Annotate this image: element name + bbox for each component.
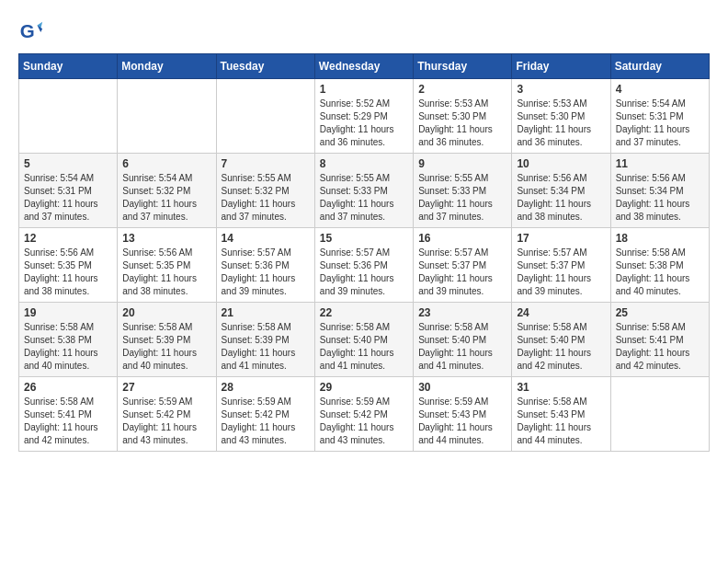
day-info: Sunrise: 5:58 AMSunset: 5:40 PMDaylight:… — [320, 321, 408, 373]
day-number: 9 — [418, 157, 506, 170]
day-info: Sunrise: 5:57 AMSunset: 5:37 PMDaylight:… — [517, 247, 605, 298]
day-number: 17 — [517, 232, 605, 245]
day-info: Sunrise: 5:58 AMSunset: 5:43 PMDaylight:… — [517, 396, 605, 447]
day-info: Sunrise: 5:56 AMSunset: 5:34 PMDaylight:… — [517, 172, 605, 224]
weekday-header-saturday: Saturday — [610, 54, 709, 79]
day-number: 22 — [320, 306, 408, 319]
empty-calendar-cell — [216, 79, 314, 154]
day-number: 19 — [24, 306, 112, 319]
day-info: Sunrise: 5:54 AMSunset: 5:32 PMDaylight:… — [122, 172, 210, 224]
day-info: Sunrise: 5:58 AMSunset: 5:41 PMDaylight:… — [24, 396, 112, 447]
day-info: Sunrise: 5:59 AMSunset: 5:42 PMDaylight:… — [122, 396, 210, 447]
calendar-day-cell: 18Sunrise: 5:58 AMSunset: 5:38 PMDayligh… — [610, 228, 709, 303]
logo-icon: G — [18, 18, 44, 44]
day-number: 13 — [122, 232, 210, 245]
empty-calendar-cell — [19, 79, 118, 154]
day-number: 3 — [517, 83, 605, 96]
day-info: Sunrise: 5:55 AMSunset: 5:32 PMDaylight:… — [222, 172, 310, 224]
calendar-day-cell: 24Sunrise: 5:58 AMSunset: 5:40 PMDayligh… — [512, 303, 610, 377]
day-number: 16 — [418, 232, 506, 245]
day-number: 11 — [616, 157, 704, 170]
empty-calendar-cell — [118, 79, 216, 154]
day-info: Sunrise: 5:53 AMSunset: 5:30 PMDaylight:… — [517, 98, 605, 149]
day-number: 29 — [320, 381, 408, 394]
day-number: 26 — [24, 381, 112, 394]
day-info: Sunrise: 5:55 AMSunset: 5:33 PMDaylight:… — [418, 172, 506, 224]
day-number: 15 — [320, 232, 408, 245]
calendar-day-cell: 25Sunrise: 5:58 AMSunset: 5:41 PMDayligh… — [610, 303, 709, 377]
day-info: Sunrise: 5:58 AMSunset: 5:40 PMDaylight:… — [517, 321, 605, 373]
calendar-day-cell: 7Sunrise: 5:55 AMSunset: 5:32 PMDaylight… — [216, 154, 314, 228]
day-info: Sunrise: 5:53 AMSunset: 5:30 PMDaylight:… — [418, 98, 506, 149]
calendar-day-cell: 15Sunrise: 5:57 AMSunset: 5:36 PMDayligh… — [314, 228, 413, 303]
weekday-header-thursday: Thursday — [414, 54, 512, 79]
day-number: 10 — [517, 157, 605, 170]
calendar-day-cell: 19Sunrise: 5:58 AMSunset: 5:38 PMDayligh… — [19, 303, 118, 377]
calendar-day-cell: 31Sunrise: 5:58 AMSunset: 5:43 PMDayligh… — [512, 377, 610, 452]
calendar-day-cell: 21Sunrise: 5:58 AMSunset: 5:39 PMDayligh… — [216, 303, 314, 377]
day-info: Sunrise: 5:57 AMSunset: 5:36 PMDaylight:… — [320, 247, 408, 298]
calendar-day-cell: 30Sunrise: 5:59 AMSunset: 5:43 PMDayligh… — [414, 377, 512, 452]
calendar-day-cell: 20Sunrise: 5:58 AMSunset: 5:39 PMDayligh… — [118, 303, 216, 377]
day-info: Sunrise: 5:59 AMSunset: 5:43 PMDaylight:… — [418, 396, 506, 447]
day-number: 4 — [616, 83, 704, 96]
weekday-header-friday: Friday — [512, 54, 610, 79]
day-info: Sunrise: 5:56 AMSunset: 5:34 PMDaylight:… — [616, 172, 704, 224]
day-number: 6 — [122, 157, 210, 170]
day-number: 27 — [122, 381, 210, 394]
day-info: Sunrise: 5:59 AMSunset: 5:42 PMDaylight:… — [222, 396, 310, 447]
day-number: 5 — [24, 157, 112, 170]
day-info: Sunrise: 5:54 AMSunset: 5:31 PMDaylight:… — [616, 98, 704, 149]
day-number: 8 — [320, 157, 408, 170]
calendar-day-cell: 12Sunrise: 5:56 AMSunset: 5:35 PMDayligh… — [19, 228, 118, 303]
weekday-header-sunday: Sunday — [19, 54, 118, 79]
calendar-table: SundayMondayTuesdayWednesdayThursdayFrid… — [18, 53, 710, 452]
calendar-day-cell: 23Sunrise: 5:58 AMSunset: 5:40 PMDayligh… — [414, 303, 512, 377]
day-number: 2 — [418, 83, 506, 96]
calendar-day-cell: 26Sunrise: 5:58 AMSunset: 5:41 PMDayligh… — [19, 377, 118, 452]
calendar-week-row: 26Sunrise: 5:58 AMSunset: 5:41 PMDayligh… — [19, 377, 710, 452]
weekday-header-tuesday: Tuesday — [216, 54, 314, 79]
calendar-week-row: 19Sunrise: 5:58 AMSunset: 5:38 PMDayligh… — [19, 303, 710, 377]
calendar-day-cell: 14Sunrise: 5:57 AMSunset: 5:36 PMDayligh… — [216, 228, 314, 303]
calendar-day-cell: 4Sunrise: 5:54 AMSunset: 5:31 PMDaylight… — [610, 79, 709, 154]
day-number: 25 — [616, 306, 704, 319]
day-info: Sunrise: 5:54 AMSunset: 5:31 PMDaylight:… — [24, 172, 112, 224]
calendar-day-cell: 8Sunrise: 5:55 AMSunset: 5:33 PMDaylight… — [314, 154, 413, 228]
empty-calendar-cell — [610, 377, 709, 452]
calendar-day-cell: 1Sunrise: 5:52 AMSunset: 5:29 PMDaylight… — [314, 79, 413, 154]
svg-text:G: G — [20, 20, 35, 41]
day-number: 12 — [24, 232, 112, 245]
day-number: 21 — [222, 306, 310, 319]
day-info: Sunrise: 5:59 AMSunset: 5:42 PMDaylight:… — [320, 396, 408, 447]
calendar-week-row: 12Sunrise: 5:56 AMSunset: 5:35 PMDayligh… — [19, 228, 710, 303]
day-number: 31 — [517, 381, 605, 394]
day-info: Sunrise: 5:56 AMSunset: 5:35 PMDaylight:… — [122, 247, 210, 298]
day-info: Sunrise: 5:58 AMSunset: 5:38 PMDaylight:… — [616, 247, 704, 298]
day-info: Sunrise: 5:57 AMSunset: 5:37 PMDaylight:… — [418, 247, 506, 298]
day-number: 23 — [418, 306, 506, 319]
day-number: 30 — [418, 381, 506, 394]
page-header: G — [18, 18, 710, 44]
day-number: 14 — [222, 232, 310, 245]
calendar-day-cell: 9Sunrise: 5:55 AMSunset: 5:33 PMDaylight… — [414, 154, 512, 228]
day-number: 7 — [222, 157, 310, 170]
day-info: Sunrise: 5:58 AMSunset: 5:38 PMDaylight:… — [24, 321, 112, 373]
day-info: Sunrise: 5:57 AMSunset: 5:36 PMDaylight:… — [222, 247, 310, 298]
calendar-week-row: 1Sunrise: 5:52 AMSunset: 5:29 PMDaylight… — [19, 79, 710, 154]
calendar-day-cell: 29Sunrise: 5:59 AMSunset: 5:42 PMDayligh… — [314, 377, 413, 452]
weekday-header-monday: Monday — [118, 54, 216, 79]
day-info: Sunrise: 5:58 AMSunset: 5:40 PMDaylight:… — [418, 321, 506, 373]
calendar-day-cell: 17Sunrise: 5:57 AMSunset: 5:37 PMDayligh… — [512, 228, 610, 303]
weekday-header-row: SundayMondayTuesdayWednesdayThursdayFrid… — [19, 54, 710, 79]
day-number: 1 — [320, 83, 408, 96]
calendar-day-cell: 2Sunrise: 5:53 AMSunset: 5:30 PMDaylight… — [414, 79, 512, 154]
calendar-day-cell: 16Sunrise: 5:57 AMSunset: 5:37 PMDayligh… — [414, 228, 512, 303]
calendar-day-cell: 10Sunrise: 5:56 AMSunset: 5:34 PMDayligh… — [512, 154, 610, 228]
day-number: 24 — [517, 306, 605, 319]
calendar-day-cell: 6Sunrise: 5:54 AMSunset: 5:32 PMDaylight… — [118, 154, 216, 228]
calendar-day-cell: 11Sunrise: 5:56 AMSunset: 5:34 PMDayligh… — [610, 154, 709, 228]
calendar-day-cell: 5Sunrise: 5:54 AMSunset: 5:31 PMDaylight… — [19, 154, 118, 228]
calendar-day-cell: 27Sunrise: 5:59 AMSunset: 5:42 PMDayligh… — [118, 377, 216, 452]
day-info: Sunrise: 5:56 AMSunset: 5:35 PMDaylight:… — [24, 247, 112, 298]
